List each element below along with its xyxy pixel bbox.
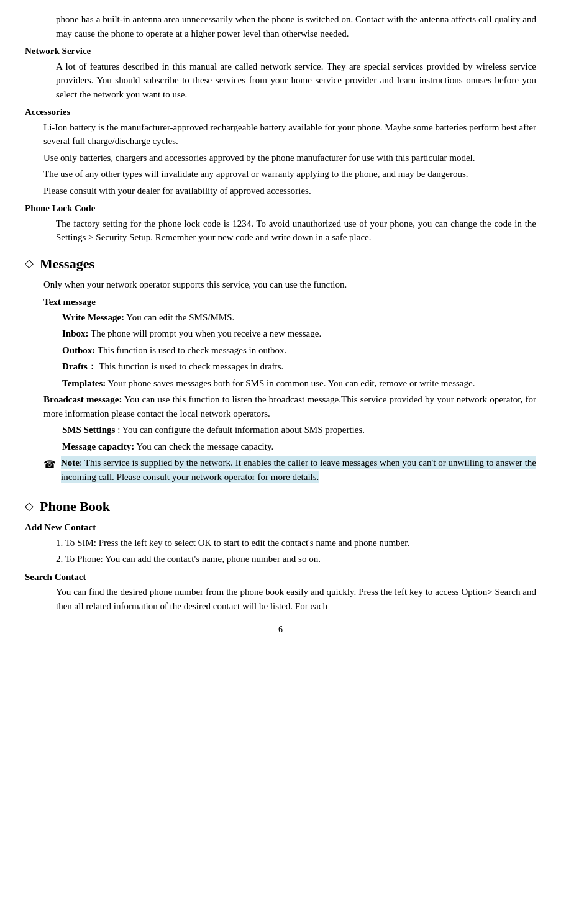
messages-section-title: ◇ Messages (25, 253, 536, 274)
network-service-heading: Network Service (25, 44, 536, 58)
sms-settings-text: : You can configure the default informat… (117, 425, 365, 435)
drafts-row: Drafts： This function is used to check m… (62, 360, 536, 374)
accessories-para1: Li-Ion battery is the manufacturer-appro… (43, 120, 536, 148)
sms-settings-label: SMS Settings (62, 425, 115, 435)
templates-text: Your phone saves messages both for SMS i… (107, 378, 475, 388)
page-number: 6 (25, 623, 536, 636)
outbox-text: This function is used to check messages … (98, 345, 287, 355)
messages-intro: Only when your network operator supports… (43, 278, 536, 292)
intro-text: phone has a built-in antenna area unnece… (56, 14, 536, 38)
note-phone-icon: ☎ (43, 457, 56, 472)
add-contact-1: 1. To SIM: Press the left key to select … (56, 536, 536, 550)
messages-diamond-icon: ◇ (25, 255, 34, 272)
accessories-para2: Use only batteries, chargers and accesso… (43, 151, 536, 165)
add-contact-2: 2. To Phone: You can add the contact's n… (56, 552, 536, 566)
msg-capacity-label: Message capacity: (62, 442, 134, 451)
network-service-para: A lot of features described in this manu… (56, 60, 536, 102)
broadcast-label: Broadcast message: (43, 394, 122, 404)
broadcast-row: Broadcast message: You can use this func… (43, 392, 536, 420)
outbox-row: Outbox: This function is used to check m… (62, 343, 536, 358)
msg-capacity-row: Message capacity: You can check the mess… (62, 440, 536, 454)
phone-book-section-title: ◇ Phone Book (25, 496, 536, 517)
templates-row: Templates: Your phone saves messages bot… (62, 376, 536, 391)
note-highlight: Note: This service is supplied by the ne… (61, 456, 536, 483)
accessories-para3: The use of any other types will invalida… (43, 167, 536, 181)
sms-settings-row: SMS Settings : You can configure the def… (62, 423, 536, 437)
write-message-row: Write Message: You can edit the SMS/MMS. (62, 310, 536, 325)
accessories-heading: Accessories (25, 105, 536, 119)
drafts-text: This function is used to check messages … (99, 361, 283, 371)
inbox-text: The phone will prompt you when you recei… (91, 328, 321, 338)
inbox-label: Inbox: (62, 328, 89, 338)
write-message-label: Write Message: (62, 312, 124, 322)
msg-capacity-text: You can check the message capacity. (136, 442, 273, 451)
search-contact-para: You can find the desired phone number fr… (56, 585, 536, 613)
page-content: phone has a built-in antenna area unnece… (25, 12, 536, 636)
messages-title-text: Messages (40, 253, 94, 274)
note-row: ☎ Note: This service is supplied by the … (43, 456, 536, 484)
drafts-label: Drafts： (62, 361, 97, 371)
intro-paragraph: phone has a built-in antenna area unnece… (56, 12, 536, 40)
templates-label: Templates: (62, 378, 106, 388)
search-contact-heading: Search Contact (25, 570, 536, 584)
inbox-row: Inbox: The phone will prompt you when yo… (62, 327, 536, 341)
add-new-contact-heading: Add New Contact (25, 520, 536, 535)
phone-lock-heading: Phone Lock Code (25, 201, 536, 215)
phone-lock-para: The factory setting for the phone lock c… (56, 217, 536, 245)
outbox-label: Outbox: (62, 345, 95, 355)
write-message-text: You can edit the SMS/MMS. (126, 312, 234, 322)
text-message-heading: Text message (43, 295, 536, 309)
note-text-block: Note: This service is supplied by the ne… (61, 456, 536, 484)
note-bold-label: Note (61, 458, 80, 468)
accessories-para4: Please consult with your dealer for avai… (43, 184, 536, 198)
phone-book-title-text: Phone Book (40, 496, 110, 517)
note-body-text: : This service is supplied by the networ… (61, 458, 536, 482)
phone-book-diamond-icon: ◇ (25, 498, 34, 515)
